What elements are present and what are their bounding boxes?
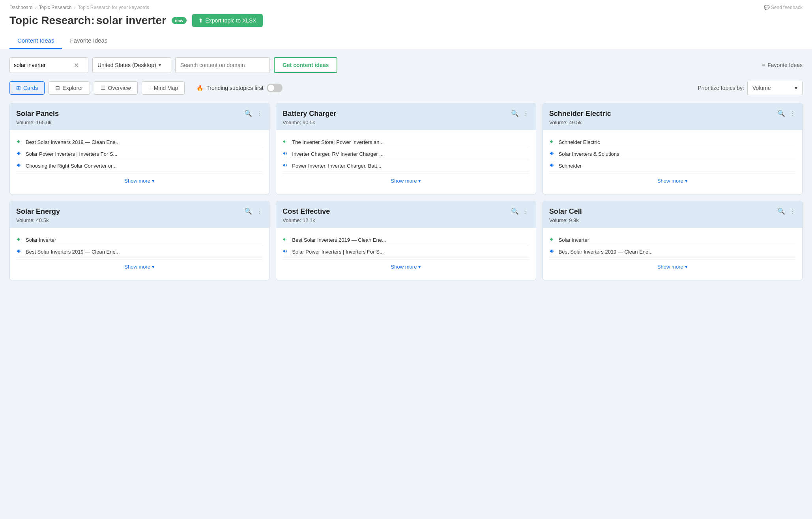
volume-select[interactable]: Volume ▾ — [747, 81, 803, 95]
card-item-4-0: Best Solar Inverters 2019 — Clean Ene... — [283, 234, 529, 246]
card-body-4: Best Solar Inverters 2019 — Clean Ene...… — [276, 228, 535, 280]
card-more-icon-2[interactable]: ⋮ — [789, 110, 796, 117]
country-label: United States (Desktop) — [97, 62, 156, 68]
card-item-text: Solar inverter — [26, 237, 263, 243]
card-item-text: Schneider Electric — [559, 139, 796, 145]
view-explorer-button[interactable]: ⊟ Explorer — [49, 81, 90, 95]
card-item-text: Best Solar Inverters 2019 — Clean Ene... — [26, 139, 263, 145]
trending-toggle-switch[interactable] — [267, 84, 283, 92]
show-more-button-1[interactable]: Show more ▾ — [283, 174, 529, 188]
view-cards-button[interactable]: ⊞ Cards — [9, 81, 45, 95]
view-overview-button[interactable]: ☰ Overview — [94, 81, 138, 95]
card-5: Solar Cell Volume: 9.9k 🔍 ⋮ Solar invert… — [543, 201, 803, 280]
chevron-down-icon-4: ▾ — [418, 264, 421, 270]
volume-chevron-icon: ▾ — [795, 85, 797, 91]
mindmap-icon: ⑂ — [148, 85, 152, 91]
megaphone-green-icon — [283, 237, 288, 243]
tab-favorite-ideas[interactable]: Favorite Ideas — [62, 33, 115, 49]
card-3: Solar Energy Volume: 40.5k 🔍 ⋮ Solar inv… — [9, 201, 269, 280]
megaphone-green-icon — [549, 237, 555, 243]
card-body-3: Solar inverter Best Solar Inverters 2019… — [10, 228, 269, 280]
show-more-button-4[interactable]: Show more ▾ — [283, 260, 529, 274]
breadcrumb-topic-research[interactable]: Topic Research — [39, 5, 72, 10]
card-header-5: Solar Cell Volume: 9.9k 🔍 ⋮ — [543, 201, 802, 228]
card-item-text: Best Solar Inverters 2019 — Clean Ene... — [559, 249, 796, 255]
card-search-icon-2[interactable]: 🔍 — [777, 110, 785, 117]
show-more-button-5[interactable]: Show more ▾ — [549, 260, 796, 274]
card-2: Schneider Electric Volume: 49.5k 🔍 ⋮ Sch… — [543, 103, 803, 194]
card-header-2: Schneider Electric Volume: 49.5k 🔍 ⋮ — [543, 103, 802, 130]
card-4: Cost Effective Volume: 12.1k 🔍 ⋮ Best So… — [276, 201, 536, 280]
card-search-icon-3[interactable]: 🔍 — [244, 207, 252, 215]
breadcrumb: Dashboard › Topic Research › Topic Resea… — [9, 5, 803, 10]
megaphone-green-icon — [16, 237, 22, 243]
export-button[interactable]: ⬆ Export topic to XLSX — [192, 14, 263, 27]
card-title-4: Cost Effective — [283, 207, 330, 216]
card-item-0-0: Best Solar Inverters 2019 — Clean Ene... — [16, 136, 263, 148]
card-title-2: Schneider Electric — [549, 110, 611, 118]
clear-keyword-button[interactable]: ✕ — [73, 62, 80, 69]
show-more-button-2[interactable]: Show more ▾ — [549, 174, 796, 188]
page-header: Topic Research: solar inverter new ⬆ Exp… — [9, 14, 803, 27]
card-volume-3: Volume: 40.5k — [16, 217, 60, 223]
list-icon: ≡ — [762, 62, 765, 68]
card-header-3: Solar Energy Volume: 40.5k 🔍 ⋮ — [10, 201, 269, 228]
tab-content-ideas[interactable]: Content Ideas — [9, 33, 62, 49]
card-more-icon-4[interactable]: ⋮ — [523, 207, 529, 215]
card-item-4-1: Solar Power Inverters | Inverters For S.… — [283, 246, 529, 258]
card-item-text: Solar Power Inverters | Inverters For S.… — [26, 151, 263, 157]
card-body-5: Solar inverter Best Solar Inverters 2019… — [543, 228, 802, 280]
card-item-0-1: Solar Power Inverters | Inverters For S.… — [16, 148, 263, 160]
card-more-icon-5[interactable]: ⋮ — [789, 207, 796, 215]
show-more-button-0[interactable]: Show more ▾ — [16, 174, 263, 188]
chevron-down-icon-2: ▾ — [685, 178, 688, 184]
card-title-5: Solar Cell — [549, 207, 582, 216]
domain-search-input[interactable] — [175, 57, 270, 73]
chevron-down-icon-1: ▾ — [418, 178, 421, 184]
card-item-text: Schneider — [559, 163, 796, 169]
country-select[interactable]: United States (Desktop) ▾ — [92, 57, 171, 73]
page-title: Topic Research: solar inverter — [9, 14, 166, 27]
card-more-icon-1[interactable]: ⋮ — [523, 110, 529, 117]
card-item-text: Inverter Charger, RV Inverter Charger ..… — [292, 151, 529, 157]
megaphone-blue-icon — [549, 248, 555, 255]
tab-bar: Content Ideas Favorite Ideas — [9, 33, 803, 49]
card-header-0: Solar Panels Volume: 165.0k 🔍 ⋮ — [10, 103, 269, 130]
chat-icon: 💬 — [764, 5, 770, 10]
card-search-icon-5[interactable]: 🔍 — [777, 207, 785, 215]
new-badge: new — [172, 17, 186, 24]
cards-icon: ⊞ — [16, 85, 21, 91]
megaphone-blue-icon — [283, 151, 288, 157]
favorite-ideas-link[interactable]: ≡ Favorite Ideas — [762, 62, 803, 68]
search-bar: ✕ United States (Desktop) ▾ Get content … — [9, 57, 803, 73]
card-search-icon-0[interactable]: 🔍 — [244, 110, 252, 117]
send-feedback-btn[interactable]: 💬 Send feedback — [764, 5, 803, 10]
show-more-button-3[interactable]: Show more ▾ — [16, 260, 263, 274]
card-more-icon-0[interactable]: ⋮ — [256, 110, 263, 117]
megaphone-blue-icon — [549, 151, 555, 157]
card-search-icon-4[interactable]: 🔍 — [511, 207, 519, 215]
megaphone-blue-icon — [283, 248, 288, 255]
view-mindmap-button[interactable]: ⑂ Mind Map — [142, 81, 185, 95]
card-item-1-2: Power Inverter, Inverter Charger, Batt..… — [283, 160, 529, 172]
card-header-4: Cost Effective Volume: 12.1k 🔍 ⋮ — [276, 201, 535, 228]
card-0: Solar Panels Volume: 165.0k 🔍 ⋮ Best Sol… — [9, 103, 269, 194]
overview-icon: ☰ — [101, 85, 106, 91]
card-item-text: Best Solar Inverters 2019 — Clean Ene... — [292, 237, 529, 243]
card-search-icon-1[interactable]: 🔍 — [511, 110, 519, 117]
breadcrumb-dashboard[interactable]: Dashboard — [9, 5, 33, 10]
cards-grid: Solar Panels Volume: 165.0k 🔍 ⋮ Best Sol… — [9, 103, 803, 280]
breadcrumb-current: Topic Research for your keywords — [78, 5, 149, 10]
card-item-text: Power Inverter, Inverter Charger, Batt..… — [292, 163, 529, 169]
chevron-down-icon: ▾ — [159, 62, 161, 68]
get-content-ideas-button[interactable]: Get content ideas — [274, 57, 337, 73]
megaphone-blue-icon — [283, 162, 288, 169]
view-controls: ⊞ Cards ⊟ Explorer ☰ Overview ⑂ Mind Map… — [9, 81, 803, 95]
megaphone-green-icon — [283, 139, 288, 146]
keyword-input[interactable] — [14, 62, 73, 68]
card-more-icon-3[interactable]: ⋮ — [256, 207, 263, 215]
card-item-text: Choosing the Right Solar Converter or... — [26, 163, 263, 169]
card-body-2: Schneider Electric Solar Inverters & Sol… — [543, 130, 802, 194]
card-item-1-0: The Inverter Store: Power Inverters an..… — [283, 136, 529, 148]
card-item-2-1: Solar Inverters & Solutions — [549, 148, 796, 160]
